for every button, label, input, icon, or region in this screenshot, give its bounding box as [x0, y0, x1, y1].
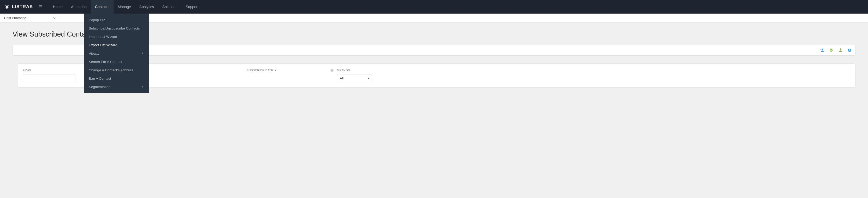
- svg-point-10: [849, 49, 850, 50]
- caret-down-icon: [367, 77, 370, 79]
- svg-point-3: [822, 49, 823, 50]
- dropdown-import-list-wizard[interactable]: Import List Wizard: [84, 32, 149, 41]
- nav-analytics[interactable]: Analytics: [135, 0, 158, 13]
- hamburger-icon: [38, 4, 43, 9]
- dropdown-view[interactable]: View...: [84, 49, 149, 57]
- tooltip-icon[interactable]: [330, 68, 334, 72]
- contacts-dropdown: Popup Pro Subscribe/Unsubscribe Contacts…: [84, 13, 149, 93]
- listrak-logo-icon: [4, 4, 10, 10]
- svg-rect-7: [839, 51, 842, 52]
- dropdown-search-contact[interactable]: Search For A Contact: [84, 57, 149, 66]
- dropdown-ban-contact[interactable]: Ban A Contact: [84, 74, 149, 83]
- svg-rect-5: [830, 49, 832, 50]
- email-filter-input[interactable]: [23, 74, 75, 82]
- menu-toggle[interactable]: [37, 4, 43, 10]
- nav-contacts[interactable]: Contacts: [91, 0, 114, 13]
- print-icon[interactable]: [829, 48, 834, 53]
- dropdown-subscribe-unsubscribe[interactable]: Subscribe/Unsubscribe Contacts: [84, 24, 149, 32]
- nav-support[interactable]: Support: [181, 0, 203, 13]
- nav-home[interactable]: Home: [49, 0, 67, 13]
- sort-desc-icon: [274, 69, 277, 72]
- svg-point-13: [332, 69, 332, 70]
- list-selector-label: Post Purchase: [4, 16, 26, 20]
- column-header-subscribe-date[interactable]: SUBSCRIBE DATE: [247, 66, 337, 74]
- method-filter-select[interactable]: All: [337, 74, 372, 82]
- info-icon[interactable]: [848, 48, 851, 52]
- dropdown-export-list-wizard[interactable]: Export List Wizard: [84, 41, 149, 49]
- nav-authoring[interactable]: Authoring: [67, 0, 91, 13]
- nav-manage[interactable]: Manage: [114, 0, 135, 13]
- download-icon[interactable]: [838, 48, 843, 53]
- chevron-down-icon: [53, 17, 56, 19]
- brand-name: LISTRAK: [12, 4, 33, 9]
- chevron-right-icon: [142, 52, 144, 54]
- column-header-method[interactable]: METHOD: [337, 66, 850, 74]
- dropdown-popup-pro[interactable]: Popup Pro: [84, 16, 149, 24]
- dropdown-change-address[interactable]: Change A Contact's Address: [84, 66, 149, 74]
- top-nav: LISTRAK Home Authoring Contacts Manage A…: [0, 0, 868, 13]
- brand-logo[interactable]: LISTRAK: [4, 4, 33, 10]
- nav-items: Home Authoring Contacts Manage Analytics…: [49, 0, 203, 13]
- nav-solutions[interactable]: Solutions: [158, 0, 182, 13]
- svg-rect-6: [830, 51, 832, 52]
- add-contact-icon[interactable]: [819, 48, 824, 53]
- svg-rect-9: [849, 50, 850, 51]
- list-selector[interactable]: Post Purchase: [0, 13, 60, 23]
- dropdown-segmentation[interactable]: Segmentation: [84, 83, 149, 91]
- chevron-right-icon: [142, 86, 144, 88]
- svg-rect-12: [332, 70, 332, 71]
